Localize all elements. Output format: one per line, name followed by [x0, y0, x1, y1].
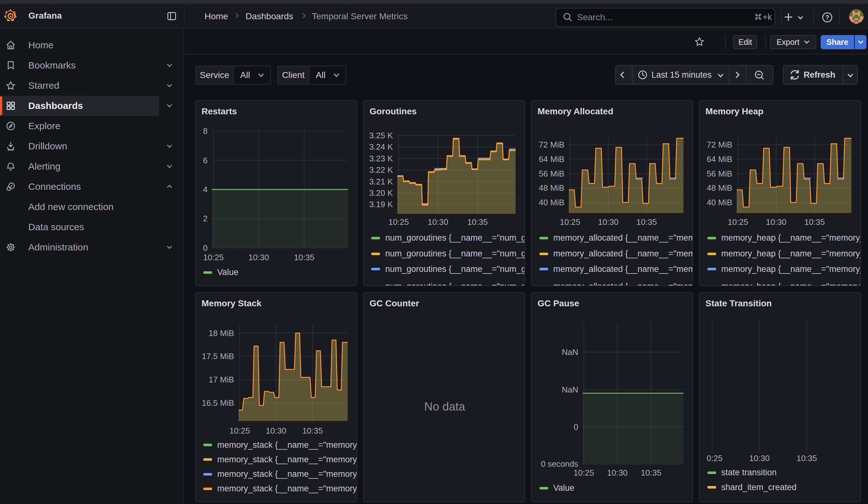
svg-text:0: 0 — [203, 243, 207, 253]
svg-text:NaN: NaN — [562, 347, 578, 357]
svg-text:40 MiB: 40 MiB — [539, 198, 564, 207]
svg-text:72 MiB: 72 MiB — [707, 140, 732, 150]
svg-text:10:25: 10:25 — [728, 217, 748, 227]
svg-text:10:30: 10:30 — [598, 217, 618, 227]
svg-text:10:35: 10:35 — [641, 468, 661, 477]
svg-text:72 MiB: 72 MiB — [539, 140, 564, 150]
svg-text:10:30: 10:30 — [428, 217, 448, 227]
svg-text:NaN: NaN — [562, 385, 578, 394]
svg-text:64 MiB: 64 MiB — [539, 154, 564, 164]
svg-text:17 MiB: 17 MiB — [208, 375, 234, 384]
svg-text:10:30: 10:30 — [749, 453, 770, 463]
svg-text:8: 8 — [203, 126, 207, 136]
svg-text:3.25 K: 3.25 K — [369, 131, 393, 140]
svg-text:48 MiB: 48 MiB — [539, 183, 564, 193]
svg-text:3.23 K: 3.23 K — [369, 154, 393, 163]
svg-text:2: 2 — [203, 214, 207, 223]
svg-text:18 MiB: 18 MiB — [208, 328, 234, 338]
svg-text:3.21 K: 3.21 K — [369, 177, 393, 186]
svg-text:10:35: 10:35 — [294, 253, 314, 262]
svg-text:10:30: 10:30 — [766, 217, 787, 227]
svg-text:10:35: 10:35 — [636, 217, 657, 227]
svg-text:10:25: 10:25 — [388, 217, 409, 227]
svg-text:40 MiB: 40 MiB — [707, 198, 732, 207]
svg-text:10:35: 10:35 — [302, 426, 323, 435]
svg-text:10:30: 10:30 — [607, 468, 628, 477]
svg-text:10:30: 10:30 — [248, 253, 269, 262]
svg-text:3.20 K: 3.20 K — [369, 188, 393, 198]
svg-text:48 MiB: 48 MiB — [707, 183, 732, 193]
svg-text:3.24 K: 3.24 K — [369, 142, 393, 152]
svg-text:3.19 K: 3.19 K — [369, 199, 393, 209]
svg-text:0:25: 0:25 — [707, 453, 723, 463]
svg-text:64 MiB: 64 MiB — [707, 154, 732, 164]
svg-text:10:25: 10:25 — [560, 217, 580, 227]
svg-text:6: 6 — [203, 156, 207, 165]
svg-text:56 MiB: 56 MiB — [539, 169, 564, 178]
svg-text:56 MiB: 56 MiB — [707, 169, 732, 178]
svg-text:?: ? — [825, 14, 829, 21]
svg-text:10:35: 10:35 — [804, 217, 825, 227]
svg-text:0: 0 — [574, 422, 578, 432]
svg-text:10:25: 10:25 — [203, 253, 224, 262]
svg-text:10:25: 10:25 — [229, 426, 250, 435]
svg-text:17.5 MiB: 17.5 MiB — [202, 351, 234, 361]
svg-text:10:30: 10:30 — [266, 426, 286, 435]
svg-text:3.22 K: 3.22 K — [369, 165, 393, 175]
svg-text:10:35: 10:35 — [797, 453, 817, 463]
svg-text:0 seconds: 0 seconds — [541, 459, 578, 469]
svg-text:10:25: 10:25 — [574, 468, 594, 477]
svg-text:10:35: 10:35 — [467, 217, 488, 227]
svg-text:16.5 MiB: 16.5 MiB — [202, 398, 234, 408]
svg-text:4: 4 — [203, 185, 207, 194]
